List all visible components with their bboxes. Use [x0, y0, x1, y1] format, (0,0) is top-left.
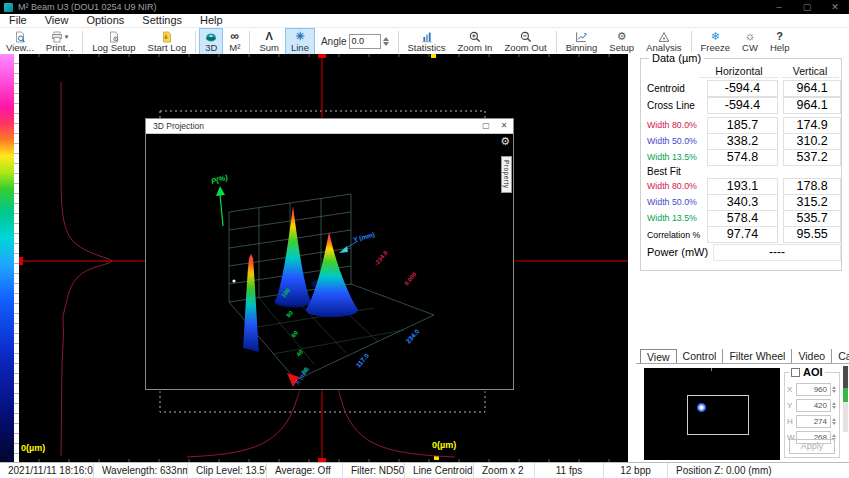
menu-options[interactable]: Options — [77, 14, 133, 27]
row-value-vertical: 537.2 — [783, 149, 841, 166]
binning-button[interactable]: Binning — [560, 28, 604, 55]
table-row: Correlation % 97.74 95.55 — [641, 226, 841, 243]
spin-down-icon[interactable] — [383, 42, 389, 46]
3d-button[interactable]: 3D — [199, 28, 223, 55]
projection-3d-plot: P(%) 100 80 60 40 20 X (mm) -234.0 0.000 — [146, 134, 513, 388]
view-report-button[interactable]: View... — [0, 28, 40, 55]
row-value-horizontal: 338.2 — [707, 133, 779, 150]
angle-spinner[interactable] — [383, 37, 389, 46]
left-axis-origin-label: 0(µm) — [21, 443, 45, 453]
row-label: Width 80.0% — [641, 120, 707, 130]
status-datetime: 2021/11/11 18:16:08 — [0, 463, 94, 478]
menu-settings[interactable]: Settings — [133, 14, 191, 27]
tool-label: Zoom In — [458, 43, 493, 53]
cw-button[interactable]: ☼ CW — [736, 28, 764, 55]
row-value-horizontal: 97.74 — [707, 226, 779, 243]
aoi-field-y: Y 420 — [785, 398, 839, 413]
angle-input[interactable]: 0.0 — [349, 34, 381, 49]
projection-maximize-button[interactable]: ▢ — [477, 119, 495, 133]
statistics-button[interactable]: Statistics — [402, 28, 452, 55]
projection-title: 3D Projection — [153, 121, 204, 131]
top-ruler-marker — [431, 54, 436, 58]
camera-preview[interactable] — [644, 368, 780, 460]
row-value-vertical: 174.9 — [783, 117, 841, 134]
maximize-button[interactable]: ▢ — [793, 0, 821, 14]
status-line-centroid: Line Centroid — [405, 463, 474, 478]
projection-title-bar[interactable]: 3D Projection ▢ ✕ — [146, 119, 513, 134]
toolbar-separator — [195, 31, 196, 53]
toolbar-separator — [82, 31, 83, 53]
data-column-headers: Horizontal Vertical — [641, 65, 841, 78]
row-value-horizontal: 574.8 — [707, 149, 779, 166]
row-label: Cross Line — [641, 100, 707, 111]
power-row: Power (mW) ---- — [641, 243, 841, 261]
minimize-button[interactable]: – — [765, 0, 793, 14]
tab-control[interactable]: Control — [677, 349, 724, 363]
aoi-field-x: X 960 — [785, 382, 839, 397]
menu-view[interactable]: View — [36, 14, 78, 27]
toolbar-separator — [691, 31, 692, 53]
status-wavelength: Wavelength: 633nm — [94, 463, 188, 478]
log-setup-button[interactable]: Log Setup — [86, 28, 141, 55]
zoom-in-button[interactable]: Zoom In — [452, 28, 499, 55]
power-value: ---- — [713, 244, 841, 261]
row-value-horizontal: 193.1 — [707, 178, 779, 195]
toolbar-separator — [556, 31, 557, 53]
row-value-vertical: 964.1 — [783, 80, 841, 97]
help-button[interactable]: ? Help — [764, 28, 796, 55]
sum-button[interactable]: Λ Sum — [253, 28, 285, 55]
crosshair-top-marker[interactable] — [318, 54, 326, 58]
aoi-x-input[interactable]: 960 — [796, 383, 831, 396]
line-button[interactable]: ✳ Line — [285, 28, 315, 55]
tool-label: 3D — [205, 43, 217, 53]
aoi-apply-button[interactable]: Apply — [789, 439, 835, 454]
aoi-field-h: H 274 — [785, 414, 839, 429]
projection-close-button[interactable]: ✕ — [495, 119, 513, 133]
row-label: Correlation % — [641, 230, 707, 240]
panel-scrollbar[interactable] — [843, 366, 848, 432]
tab-video[interactable]: Video — [792, 349, 832, 363]
preview-aoi-rect[interactable] — [687, 395, 749, 435]
table-row: Cross Line -594.4 964.1 — [641, 97, 841, 114]
tab-view[interactable]: View — [640, 349, 677, 364]
row-value-vertical: 964.1 — [783, 97, 841, 114]
freeze-button[interactable]: ❄ Freeze — [695, 28, 737, 55]
scrollbar-thumb[interactable] — [843, 366, 848, 388]
aoi-h-input[interactable]: 274 — [796, 415, 831, 428]
setup-button[interactable]: ⚙ Setup — [603, 28, 640, 55]
m2-button[interactable]: ∞ M² — [223, 28, 246, 55]
aoi-y-input[interactable]: 420 — [796, 399, 831, 412]
table-row: Width 80.0% 193.1 178.8 — [641, 178, 841, 194]
aoi-x-spinner[interactable] — [832, 386, 836, 393]
tab-calculation[interactable]: Calculation — [832, 349, 849, 363]
crosshair-left-marker[interactable] — [19, 257, 23, 265]
zoom-out-button[interactable]: Zoom Out — [498, 28, 552, 55]
projection-settings-gear-icon[interactable]: ⚙ — [500, 135, 510, 147]
print-button[interactable]: ▾ Print... — [40, 28, 79, 55]
start-log-button[interactable]: Start Log — [142, 28, 193, 55]
table-row: Width 50.0% 340.3 315.2 — [641, 194, 841, 210]
close-button[interactable]: ✕ — [821, 0, 849, 14]
power-label: Power (mW) — [641, 246, 713, 258]
vertical-column-header: Vertical — [781, 65, 839, 78]
menu-help[interactable]: Help — [191, 14, 232, 27]
x-tick: -234.0 — [373, 249, 389, 266]
menu-file[interactable]: File — [0, 14, 36, 27]
table-row: Centroid -594.4 964.1 — [641, 80, 841, 97]
row-value-horizontal: 578.4 — [707, 210, 779, 227]
table-row: Width 13.5% 578.4 535.7 — [641, 210, 841, 226]
spin-up-icon[interactable] — [383, 37, 389, 41]
row-value-horizontal: -594.4 — [707, 97, 779, 114]
aoi-y-spinner[interactable] — [832, 402, 836, 409]
scrollbar-indicator — [843, 388, 848, 402]
aoi-h-spinner[interactable] — [832, 418, 836, 425]
tab-filter-wheel[interactable]: Filter Wheel — [723, 349, 792, 363]
row-value-horizontal: 185.7 — [707, 117, 779, 134]
status-zoom: Zoom x 2 — [474, 463, 535, 478]
beam-profiler-window: M² Beam U3 (DOU1 0254 U9 NIR) – ▢ ✕ File… — [0, 0, 849, 478]
preview-center-tick — [711, 368, 712, 371]
analysis-button[interactable]: Analysis — [640, 28, 687, 55]
property-panel-tab[interactable]: Property — [501, 156, 512, 193]
row-label: Width 50.0% — [641, 197, 707, 207]
aoi-checkbox[interactable] — [791, 368, 800, 377]
